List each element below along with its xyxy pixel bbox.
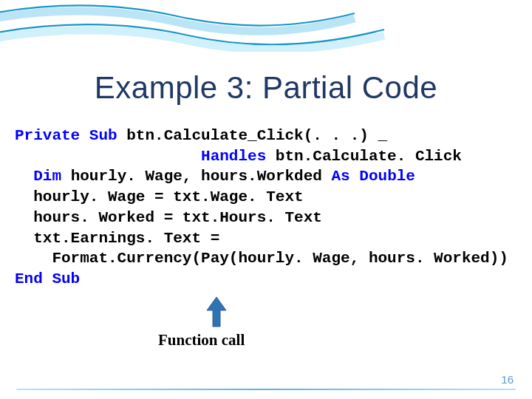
code-block: Private Sub btn.Calculate_Click(. . .) _…	[15, 126, 517, 290]
keyword-private: Private	[15, 127, 80, 144]
svg-marker-0	[207, 297, 226, 327]
keyword-handles: Handles	[201, 148, 266, 165]
arrow-up-icon	[205, 296, 228, 328]
keyword-sub2: Sub	[43, 270, 80, 287]
bottom-divider	[16, 389, 516, 391]
wave-decoration	[0, 0, 532, 52]
code-line-7: Format.Currency(Pay(hourly. Wage, hours.…	[15, 248, 517, 269]
code-line-8: End Sub	[15, 269, 517, 290]
code-line-4: hourly. Wage = txt.Wage. Text	[15, 187, 517, 208]
code-text: btn.Calculate. Click	[266, 148, 462, 165]
code-line-2: Handles btn.Calculate. Click	[15, 146, 517, 167]
code-line-1: Private Sub btn.Calculate_Click(. . .) _	[15, 126, 517, 146]
code-text: hourly. Wage, hours.Workded	[61, 168, 331, 185]
code-line-3: Dim hourly. Wage, hours.Workded As Doubl…	[15, 166, 517, 187]
keyword-sub: Sub	[89, 127, 117, 144]
code-line-6: txt.Earnings. Text =	[15, 228, 517, 249]
code-line-5: hours. Worked = txt.Hours. Text	[15, 208, 517, 228]
code-text: btn.Calculate_Click(. . .) _	[117, 127, 387, 144]
keyword-dim: Dim	[33, 168, 61, 185]
function-call-label: Function call	[158, 331, 245, 349]
keyword-end: End	[15, 270, 43, 287]
keyword-double: Double	[350, 168, 415, 185]
slide-title: Example 3: Partial Code	[0, 70, 532, 106]
wave-svg	[0, 0, 532, 52]
keyword-as: As	[332, 168, 350, 185]
page-number: 16	[501, 373, 514, 386]
